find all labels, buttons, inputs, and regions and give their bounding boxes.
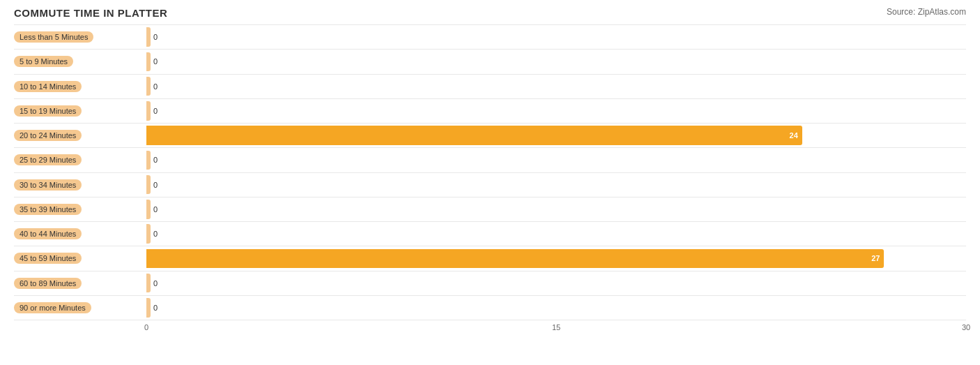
bar-fill-zero xyxy=(146,77,151,96)
bar-fill-zero xyxy=(146,27,151,46)
bar-zero-label: 0 xyxy=(153,107,158,115)
bar-zero-label: 0 xyxy=(153,82,158,91)
bar-label: 90 or more Minutes xyxy=(14,302,146,313)
chart-title: COMMUTE TIME IN PLATTER xyxy=(14,7,167,19)
bar-value: 24 xyxy=(790,131,798,140)
x-tick: 0 xyxy=(144,323,148,332)
bar-track: 0 xyxy=(146,198,966,221)
bar-fill-zero xyxy=(146,101,151,120)
bar-label: 60 to 89 Minutes xyxy=(14,278,146,289)
bar-row: 35 to 39 Minutes0 xyxy=(14,198,966,222)
bar-label: 20 to 24 Minutes xyxy=(14,130,146,141)
chart-source: Source: ZipAtlas.com xyxy=(887,7,966,17)
bar-row: 40 to 44 Minutes0 xyxy=(14,222,966,246)
bar-row: Less than 5 Minutes0 xyxy=(14,24,966,50)
bar-label: 5 to 9 Minutes xyxy=(14,56,146,67)
x-tick: 15 xyxy=(552,323,560,332)
bar-fill-zero xyxy=(146,274,151,292)
bar-fill-zero xyxy=(146,224,151,243)
bar-fill-zero xyxy=(146,200,151,218)
bar-label: Less than 5 Minutes xyxy=(14,31,146,43)
bar-track: 24 xyxy=(146,124,966,147)
bars-area: Less than 5 Minutes05 to 9 Minutes010 to… xyxy=(14,24,966,320)
x-tick: 30 xyxy=(962,323,970,332)
bar-track: 27 xyxy=(146,246,966,270)
bar-track: 0 xyxy=(146,222,966,246)
bar-row: 90 or more Minutes0 xyxy=(14,296,966,320)
bar-label: 10 to 14 Minutes xyxy=(14,81,146,92)
bar-zero-label: 0 xyxy=(153,205,158,214)
bar-fill-zero xyxy=(146,52,151,71)
bar-row: 15 to 19 Minutes0 xyxy=(14,99,966,124)
bar-track: 0 xyxy=(146,271,966,295)
bar-track: 0 xyxy=(146,25,966,49)
bar-zero-label: 0 xyxy=(153,33,158,41)
chart-header: COMMUTE TIME IN PLATTER Source: ZipAtlas… xyxy=(14,7,966,19)
bar-zero-label: 0 xyxy=(153,304,158,312)
bar-fill: 27 xyxy=(146,249,884,268)
bar-zero-label: 0 xyxy=(153,279,158,288)
bar-zero-label: 0 xyxy=(153,57,158,66)
bar-fill-zero xyxy=(146,298,151,317)
bar-zero-label: 0 xyxy=(153,181,158,189)
bar-row: 5 to 9 Minutes0 xyxy=(14,50,966,74)
bar-track: 0 xyxy=(146,173,966,197)
bar-track: 0 xyxy=(146,296,966,320)
bar-row: 30 to 34 Minutes0 xyxy=(14,173,966,198)
bar-label: 30 to 34 Minutes xyxy=(14,179,146,191)
bar-row: 45 to 59 Minutes27 xyxy=(14,246,966,271)
bar-label: 35 to 39 Minutes xyxy=(14,204,146,215)
bar-row: 10 to 14 Minutes0 xyxy=(14,75,966,99)
x-axis: 01530 xyxy=(146,323,966,337)
chart-container: COMMUTE TIME IN PLATTER Source: ZipAtlas… xyxy=(0,0,980,365)
bar-fill-zero xyxy=(146,175,151,194)
bar-track: 0 xyxy=(146,50,966,73)
bar-row: 25 to 29 Minutes0 xyxy=(14,148,966,172)
bar-label: 45 to 59 Minutes xyxy=(14,253,146,264)
bar-zero-label: 0 xyxy=(153,230,158,238)
bar-track: 0 xyxy=(146,75,966,98)
bar-row: 20 to 24 Minutes24 xyxy=(14,124,966,148)
bar-fill-zero xyxy=(146,151,151,170)
bar-label: 40 to 44 Minutes xyxy=(14,228,146,239)
bar-label: 25 to 29 Minutes xyxy=(14,154,146,165)
bar-zero-label: 0 xyxy=(153,156,158,164)
bar-label: 15 to 19 Minutes xyxy=(14,105,146,117)
chart-body: Less than 5 Minutes05 to 9 Minutes010 to… xyxy=(14,24,966,337)
bar-track: 0 xyxy=(146,99,966,123)
bar-value: 27 xyxy=(871,254,880,262)
bar-track: 0 xyxy=(146,148,966,172)
bar-fill: 24 xyxy=(146,126,802,144)
bar-row: 60 to 89 Minutes0 xyxy=(14,271,966,296)
